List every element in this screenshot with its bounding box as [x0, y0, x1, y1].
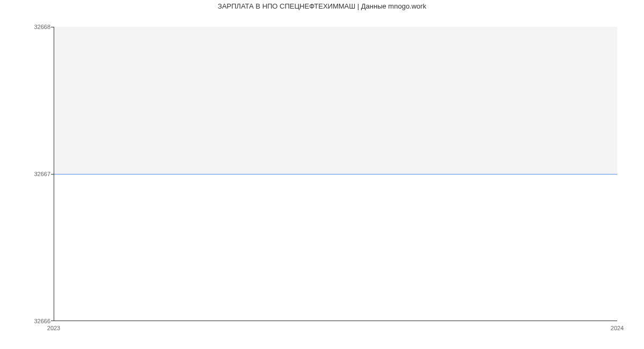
- series-line: [54, 174, 617, 174]
- y-tick-label: 32668: [34, 24, 50, 30]
- plot-area: [54, 27, 617, 321]
- y-tick-label: 32666: [34, 318, 50, 324]
- x-tick-label: 2023: [47, 325, 60, 331]
- y-tick-label: 32667: [34, 171, 50, 177]
- x-tick-label: 2024: [611, 325, 624, 331]
- chart-container: ЗАРПЛАТА В НПО СПЕЦНЕФТЕХИММАШ | Данные …: [0, 0, 644, 349]
- area-fill: [54, 27, 617, 174]
- chart-title: ЗАРПЛАТА В НПО СПЕЦНЕФТЕХИММАШ | Данные …: [0, 2, 644, 10]
